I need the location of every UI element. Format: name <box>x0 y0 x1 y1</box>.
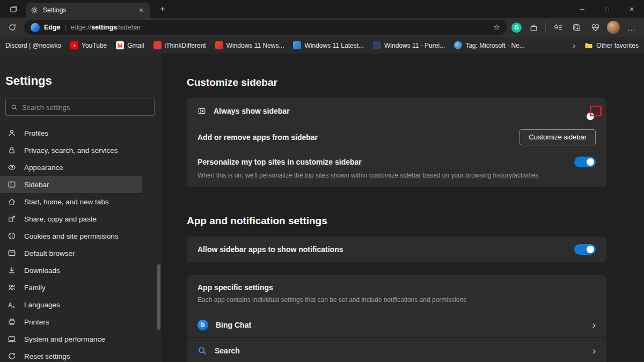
collections-icon[interactable] <box>569 20 583 34</box>
nav-scrollbar-thumb[interactable] <box>157 264 160 330</box>
browser-tab-settings[interactable]: Settings × <box>26 3 150 18</box>
browser-essentials-icon[interactable] <box>588 20 602 34</box>
browser-window: Settings × + ─ □ × Edge | edge://setting… <box>0 0 644 362</box>
tab-list-icon <box>9 5 18 13</box>
search-settings-input[interactable] <box>22 104 149 112</box>
favorites-icon[interactable] <box>551 20 565 34</box>
page-body: Settings Profiles Privacy, search, and s… <box>0 54 644 362</box>
favorite-label: Tag: Microsoft - Ne... <box>465 42 525 49</box>
sidebar-item-system-performance[interactable]: System and performance <box>0 330 142 348</box>
settings-content: Customize sidebar Always show sidebar Ad… <box>161 54 644 362</box>
app-notification-heading: App and notification settings <box>187 215 606 227</box>
sidebar-item-sidebar[interactable]: Sidebar <box>0 176 142 193</box>
settings-search-box[interactable] <box>5 99 155 116</box>
tab-actions-button[interactable] <box>4 2 23 16</box>
sidebar-item-printers[interactable]: Printers <box>0 313 142 330</box>
customize-sidebar-heading: Customize sidebar <box>187 77 606 88</box>
nav-item-label: Appearance <box>24 164 63 172</box>
favorite-ithinkdifferent[interactable]: iThinkDifferent <box>153 41 206 49</box>
favorite-windows11-purei[interactable]: Windows 11 - Purei... <box>373 41 445 49</box>
settings-nav: Settings Profiles Privacy, search, and s… <box>0 54 161 362</box>
windows11-news-icon <box>215 41 223 49</box>
sidebar-item-cookies-permissions[interactable]: Cookies and site permissions <box>0 227 142 245</box>
nav-item-label: Profiles <box>24 129 48 137</box>
bing-chat-row[interactable]: b Bing Chat › <box>187 312 606 337</box>
favorite-gmail[interactable]: M Gmail <box>116 41 144 49</box>
add-remove-apps-label: Add or remove apps from sidebar <box>197 133 318 142</box>
nav-item-label: Downloads <box>24 267 60 275</box>
favorite-windows11-news[interactable]: Windows 11 News... <box>215 41 284 49</box>
favorite-label: iThinkDifferent <box>165 42 206 49</box>
new-tab-button[interactable]: + <box>156 2 170 16</box>
favorite-label: Windows 11 - Purei... <box>384 42 445 49</box>
show-sidebar-icon <box>197 107 206 115</box>
sidebar-item-share-copy-paste[interactable]: Share, copy and paste <box>0 210 142 227</box>
maximize-button[interactable]: □ <box>595 0 619 18</box>
other-favorites[interactable]: Other favorites <box>584 41 639 50</box>
profile-avatar[interactable] <box>607 21 620 34</box>
favorites-overflow-chevron[interactable]: › <box>573 41 575 50</box>
nav-item-label: System and performance <box>24 335 105 343</box>
tab-title: Settings <box>43 6 132 14</box>
refresh-button[interactable] <box>5 20 19 34</box>
windows11-latest-icon <box>293 41 301 49</box>
eye-icon <box>8 163 16 172</box>
settings-nav-items: Profiles Privacy, search, and services A… <box>0 124 161 362</box>
nav-item-label: Family <box>24 284 46 292</box>
minimize-button[interactable]: ─ <box>570 0 595 18</box>
gmail-icon: M <box>116 41 124 49</box>
customize-sidebar-button[interactable]: Customize sidebar <box>519 129 596 145</box>
bing-chat-icon: b <box>197 320 208 330</box>
url-host: settings <box>91 24 117 31</box>
languages-icon: Aa <box>8 300 16 309</box>
ithinkdifferent-icon <box>153 41 162 49</box>
computer-icon <box>8 335 16 343</box>
url-scheme: edge:// <box>71 24 91 31</box>
address-bar[interactable]: Edge | edge://settings/sidebar ☆ <box>24 20 507 35</box>
grammarly-icon[interactable]: G <box>511 23 522 33</box>
app-specific-settings-title: App specific settings <box>197 283 596 292</box>
allow-notifications-card: Allow sidebar apps to show notifications <box>187 237 606 262</box>
edge-logo-icon <box>31 23 40 32</box>
app-specific-settings-card: App specific settings Each app contains … <box>187 275 606 362</box>
sidebar-item-downloads[interactable]: Downloads <box>0 262 142 279</box>
bing-chat-label: Bing Chat <box>216 321 251 329</box>
sidebar-item-privacy[interactable]: Privacy, search, and services <box>0 142 142 159</box>
favorite-youtube[interactable]: YouTube <box>70 41 107 49</box>
tab-close-icon[interactable]: × <box>136 5 146 15</box>
nav-item-label: Reset settings <box>24 352 70 360</box>
search-app-label: Search <box>215 346 240 355</box>
home-icon <box>8 197 16 206</box>
window-controls: ─ □ × <box>570 0 644 18</box>
nav-scrollbar[interactable] <box>157 54 160 362</box>
site-label: Edge <box>44 24 61 31</box>
titlebar: Settings × + ─ □ × <box>0 0 644 18</box>
search-app-row[interactable]: Search › <box>187 337 606 362</box>
favorite-tag-microsoft[interactable]: Tag: Microsoft - Ne... <box>454 41 525 49</box>
more-menu-button[interactable]: … <box>625 20 639 34</box>
chevron-right-icon: › <box>592 320 596 330</box>
allow-notifications-toggle[interactable] <box>574 244 596 255</box>
sidebar-item-default-browser[interactable]: Default browser <box>0 245 142 262</box>
nav-item-label: Privacy, search, and services <box>24 146 118 154</box>
sidebar-item-profiles[interactable]: Profiles <box>0 124 142 142</box>
favorite-windows11-latest[interactable]: Windows 11 Latest... <box>293 41 364 49</box>
extensions-icon[interactable] <box>526 20 540 34</box>
sidebar-item-family[interactable]: Family <box>0 279 142 296</box>
personalize-top-sites-toggle[interactable] <box>574 157 596 167</box>
favorites-bar: Discord | @neowko YouTube M Gmail iThink… <box>0 37 644 54</box>
sidebar-item-start-home-tabs[interactable]: Start, home, and new tabs <box>0 193 142 210</box>
sidebar-item-languages[interactable]: Aa Languages <box>0 296 142 313</box>
search-icon <box>11 104 18 111</box>
add-favorite-icon[interactable]: ☆ <box>493 23 500 32</box>
favorite-label: Windows 11 Latest... <box>304 42 364 49</box>
favorite-label: Discord | @neowko <box>5 42 61 49</box>
reset-icon <box>8 352 16 360</box>
search-app-icon <box>197 346 207 356</box>
sidebar-item-reset-settings[interactable]: Reset settings <box>0 348 142 362</box>
close-button[interactable]: × <box>619 0 644 18</box>
sidebar-item-appearance[interactable]: Appearance <box>0 159 142 176</box>
download-icon <box>8 266 16 275</box>
favorite-discord[interactable]: Discord | @neowko <box>5 42 61 49</box>
favorite-label: Windows 11 News... <box>226 42 284 49</box>
